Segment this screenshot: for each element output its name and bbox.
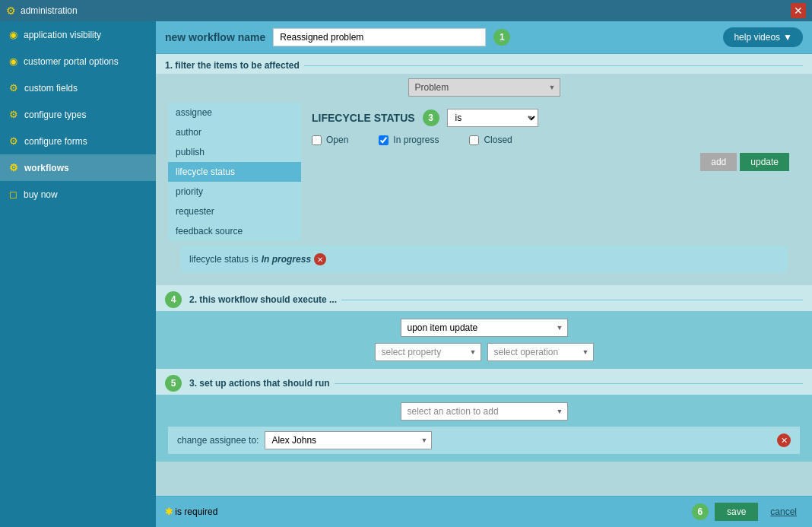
sidebar-item-application-visibility[interactable]: ◉ application visibility [0,21,156,48]
assignee-dropdown-wrap[interactable]: Alex Johns John Doe Jane Smith [265,431,432,449]
main-layout: ◉ application visibility ◉ customer port… [0,21,812,527]
section-line [335,383,803,384]
open-checkbox[interactable] [312,135,322,145]
step6-badge: 6 [692,503,709,520]
assignee-dropdown[interactable]: Alex Johns John Doe Jane Smith [265,431,432,449]
gear-icon: ⚙ [9,162,18,173]
section2-title: 4 2. this workflow should execute ... [156,285,812,311]
sidebar-item-workflows[interactable]: ⚙ workflows [0,154,156,181]
filter-item-label: requester [176,206,214,217]
filter-item-label: author [176,127,201,138]
bottom-right: 6 save cancel [692,503,803,521]
filter-tag: lifecycle status is In progress ✕ [189,253,326,265]
execute-dropdown-wrap[interactable]: upon item update upon item create upon i… [401,319,568,337]
gear-icon: ⚙ [9,135,18,147]
filter-item-priority[interactable]: priority [168,182,301,202]
circle-icon: ◉ [9,56,17,67]
operation-dropdown-wrap[interactable]: select operation changes changes to chan… [487,343,594,361]
content-header-left: new workflow name 1 [165,28,510,46]
help-videos-button[interactable]: help videos ▼ [723,27,803,47]
lifecycle-op-dropdown-wrap[interactable]: is is not [447,109,538,127]
property-dropdown-wrap[interactable]: select property assignee status priority [375,343,481,361]
section-line [304,65,803,66]
execute-dropdown[interactable]: upon item update upon item create upon i… [401,319,568,337]
filter-item-author[interactable]: author [168,122,301,142]
section2-bg: upon item update upon item create upon i… [156,311,812,369]
gear-icon: ⚙ [9,109,18,120]
assignee-remove-button[interactable]: ✕ [777,433,791,447]
filter-item-lifecycle-status[interactable]: lifecycle status [168,162,301,182]
circle-icon: ◉ [9,29,17,40]
sidebar-item-configure-types[interactable]: ⚙ configure types [0,101,156,128]
lifecycle-title: LIFECYCLE STATUS [312,112,415,124]
filter-item-label: priority [176,186,203,197]
section1-title: 1. filter the items to be affected [156,54,812,74]
type-dropdown[interactable]: Problem Bug Feature Task [408,78,560,97]
section-execute: 4 2. this workflow should execute ... up… [156,285,812,369]
step4-badge: 4 [165,291,182,308]
help-videos-label: help videos [734,32,780,43]
title-bar: ⚙ administration ✕ [0,0,812,21]
lifecycle-header: LIFECYCLE STATUS 3 is is not [312,109,789,127]
add-button[interactable]: add [700,153,737,171]
execute-row: upon item update upon item create upon i… [168,319,800,337]
filter-item-label: feedback source [176,226,243,237]
filter-item-publish[interactable]: publish [168,142,301,162]
update-button[interactable]: update [740,153,789,171]
step5-badge: 5 [165,375,182,392]
section-line [341,300,803,300]
sidebar-item-label: buy now [24,189,58,200]
workflow-name-input[interactable] [273,28,486,46]
sidebar-item-label: workflows [24,163,69,173]
cancel-button[interactable]: cancel [764,503,803,521]
property-dropdown[interactable]: select property assignee status priority [375,343,481,361]
sidebar-item-label: custom fields [24,83,78,94]
in-progress-checkbox[interactable] [379,135,389,145]
in-progress-label: In progress [393,135,439,145]
filter-list: assignee author publish lifecycle status [168,103,301,241]
content-area: new workflow name 1 help videos ▼ 1. fil… [156,21,812,527]
sidebar-item-customer-portal-options[interactable]: ◉ customer portal options [0,48,156,75]
filter-panel: assignee author publish lifecycle status [168,103,800,241]
gear-icon: ⚙ [6,5,16,17]
filter-tag-remove-button[interactable]: ✕ [314,253,326,265]
action-row: select an action to add change assignee … [168,402,800,421]
required-text: ✱ is required [165,506,217,517]
closed-label: Closed [484,135,512,145]
action-dropdown[interactable]: select an action to add change assignee … [401,402,568,421]
sidebar-item-label: configure types [24,110,86,120]
lifecycle-op-dropdown[interactable]: is is not [447,109,538,127]
filter-item-label: lifecycle status [176,167,235,177]
chevron-down-icon: ▼ [783,32,792,43]
sidebar-item-buy-now[interactable]: ◻ buy now [0,181,156,208]
operation-dropdown[interactable]: select operation changes changes to chan… [487,343,594,361]
filter-tag-value: In progress [262,254,311,265]
gear-icon: ⚙ [9,82,18,94]
checkbox-open[interactable]: Open [312,135,348,145]
type-dropdown-wrap[interactable]: Problem Bug Feature Task [408,78,560,97]
save-button[interactable]: save [715,503,758,521]
sidebar-item-configure-forms[interactable]: ⚙ configure forms [0,128,156,154]
filter-tag-text: lifecycle status [189,254,249,265]
filter-buttons: add update [312,153,789,171]
required-star: ✱ [165,506,173,517]
section2-title-text: 2. this workflow should execute ... [189,294,337,305]
box-icon: ◻ [9,189,17,200]
checkbox-closed[interactable]: Closed [469,135,512,145]
closed-checkbox[interactable] [469,135,479,145]
section1-title-text: 1. filter the items to be affected [165,60,300,71]
action-dropdown-wrap[interactable]: select an action to add change assignee … [401,402,568,421]
step1-badge: 1 [493,29,510,46]
step3-badge: 3 [423,110,439,126]
sidebar: ◉ application visibility ◉ customer port… [0,21,156,527]
filter-item-requester[interactable]: requester [168,202,301,221]
filter-item-assignee[interactable]: assignee [168,103,301,122]
sidebar-item-custom-fields[interactable]: ⚙ custom fields [0,75,156,101]
bottom-bar: ✱ is required 6 save cancel [156,496,812,527]
checkbox-in-progress[interactable]: In progress [379,135,439,145]
required-label: is required [175,506,217,517]
close-button[interactable]: ✕ [791,3,806,18]
filter-item-label: assignee [176,107,212,118]
app-title: administration [21,5,78,16]
filter-item-feedback-source[interactable]: feedback source [168,221,301,241]
